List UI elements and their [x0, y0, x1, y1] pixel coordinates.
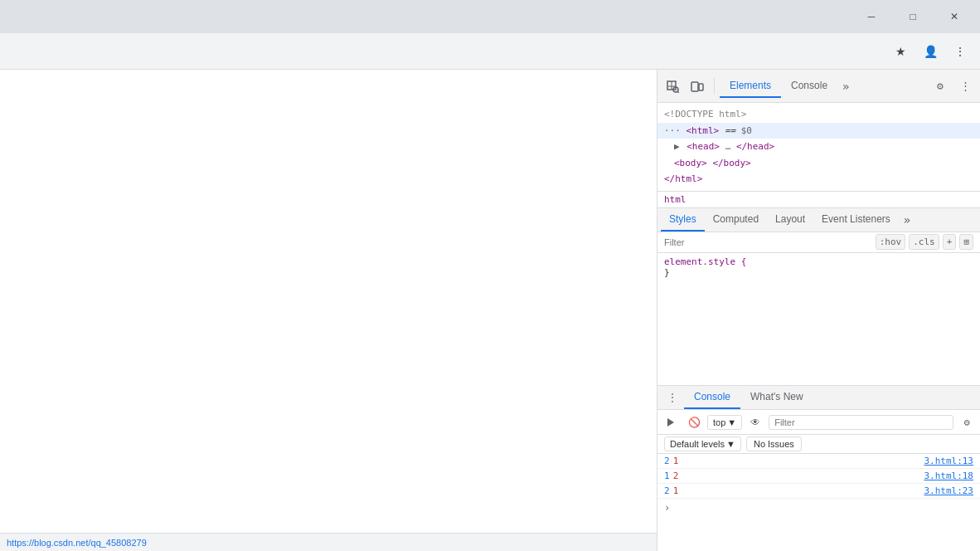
- inspect-element-icon[interactable]: [661, 75, 684, 98]
- dom-eq-sign: ==: [725, 125, 741, 136]
- console-panel: ⋮ Console What's New 🚫 top ▼ 👁 ⚙: [657, 385, 980, 551]
- tab-whats-new[interactable]: What's New: [740, 386, 813, 409]
- css-rule-close: }: [664, 267, 973, 278]
- log-val-1-b: 1: [673, 456, 679, 466]
- maximize-button[interactable]: □: [894, 5, 932, 28]
- page-url: https://blog.csdn.net/qq_45808279: [7, 538, 147, 548]
- console-log-area: 2 1 3.html:13 1 2 3.html:18 2 1: [657, 454, 980, 551]
- add-style-button[interactable]: +: [943, 234, 957, 250]
- console-toolbar: 🚫 top ▼ 👁 ⚙: [657, 410, 980, 435]
- dom-expand-icon[interactable]: ▶: [674, 141, 680, 152]
- log-link-2[interactable]: 3.html:18: [924, 471, 973, 481]
- console-levels-bar: Default levels ▼ No Issues: [657, 435, 980, 454]
- topbar-divider: [714, 78, 715, 95]
- panel-tab-more-icon[interactable]: »: [899, 210, 915, 230]
- console-settings-icon[interactable]: ⚙: [957, 412, 977, 432]
- console-log-line-1[interactable]: 2 1 3.html:13: [657, 454, 980, 469]
- tab-more-icon[interactable]: »: [837, 76, 854, 96]
- dom-doctype-line[interactable]: <!DOCTYPE html>: [657, 106, 980, 123]
- filter-icons: :hov .cls + ⊞: [876, 234, 973, 250]
- breadcrumb-bar: html: [657, 192, 980, 208]
- default-levels-button[interactable]: Default levels ▼: [664, 436, 741, 451]
- dom-head-tag: <head>: [686, 141, 720, 152]
- dom-html-close-tag: </html>: [664, 173, 702, 184]
- log-vals-3: 2 1: [664, 485, 678, 496]
- doctype-text: <!DOCTYPE html>: [664, 109, 746, 119]
- page-content: https://blog.csdn.net/qq_45808279: [0, 70, 657, 551]
- dom-dollar0: $0: [741, 125, 752, 136]
- console-eye-icon[interactable]: 👁: [745, 412, 765, 432]
- element-style-rule: element.style {: [664, 256, 973, 267]
- bookmark-icon[interactable]: ★: [887, 38, 914, 65]
- tab-console[interactable]: Console: [684, 386, 740, 409]
- tab-layout[interactable]: Layout: [767, 208, 813, 232]
- devtools-main-tabs: Elements Console »: [720, 75, 927, 98]
- tab-styles[interactable]: Styles: [661, 208, 705, 232]
- css-rules-panel: element.style { }: [657, 253, 980, 385]
- close-button[interactable]: ✕: [935, 5, 973, 28]
- browser-toolbar: ★ 👤 ⋮: [0, 33, 980, 70]
- log-link-3[interactable]: 3.html:23: [924, 485, 973, 496]
- log-vals-1: 2 1: [664, 456, 678, 466]
- default-levels-label: Default levels: [670, 439, 725, 449]
- styles-filter-input[interactable]: [664, 232, 872, 252]
- tab-elements[interactable]: Elements: [720, 75, 781, 98]
- dom-html-close-line[interactable]: </html>: [657, 171, 980, 188]
- context-label: top: [713, 417, 725, 427]
- context-arrow-icon: ▼: [727, 417, 736, 427]
- tab-console-top[interactable]: Console: [781, 75, 837, 98]
- log-val-3-b: 1: [673, 485, 679, 496]
- dom-body-close-tag: </body>: [712, 158, 750, 168]
- devtools-topbar: Elements Console » ⚙ ⋮: [657, 70, 980, 103]
- log-link-1[interactable]: 3.html:13: [924, 456, 973, 466]
- log-val-1-a: 2: [664, 456, 670, 466]
- cls-button[interactable]: .cls: [909, 234, 939, 250]
- dom-head-ellipsis: …: [725, 141, 731, 152]
- title-bar: ─ □ ✕: [0, 0, 980, 33]
- tab-event-listeners[interactable]: Event Listeners: [813, 208, 899, 232]
- dom-body-tag: <body>: [674, 158, 707, 168]
- console-log-line-3[interactable]: 2 1 3.html:23: [657, 484, 980, 499]
- hov-button[interactable]: :hov: [876, 234, 906, 250]
- no-issues-button[interactable]: No Issues: [746, 436, 802, 451]
- log-val-2-a: 1: [664, 471, 670, 481]
- profile-icon[interactable]: 👤: [917, 38, 944, 65]
- device-toolbar-icon[interactable]: [686, 75, 709, 98]
- minimize-button[interactable]: ─: [852, 5, 890, 28]
- content-area: https://blog.csdn.net/qq_45808279: [0, 70, 980, 551]
- dom-html-line[interactable]: ··· <html> == $0: [657, 123, 980, 139]
- status-bar-left: https://blog.csdn.net/qq_45808279: [0, 533, 657, 551]
- log-val-3-a: 2: [664, 485, 670, 496]
- dom-head-close-tag: </head>: [736, 141, 774, 152]
- console-header: ⋮ Console What's New: [657, 386, 980, 410]
- devtools-panel: Elements Console » ⚙ ⋮ <!DOCTYPE html> ·…: [657, 70, 980, 551]
- breadcrumb-html[interactable]: html: [664, 194, 686, 205]
- console-prompt-icon: ›: [664, 502, 670, 514]
- devtools-settings-icon[interactable]: ⚙: [929, 75, 952, 98]
- css-close-brace: }: [664, 267, 670, 278]
- dom-dots: ···: [664, 125, 681, 136]
- filter-bar: :hov .cls + ⊞: [657, 232, 980, 253]
- log-val-2-b: 2: [673, 471, 679, 481]
- svg-rect-5: [691, 82, 698, 91]
- console-filter-input[interactable]: [769, 415, 953, 430]
- dom-body-line[interactable]: <body> </body>: [657, 155, 980, 172]
- console-log-line-2[interactable]: 1 2 3.html:18: [657, 469, 980, 484]
- css-selector-text: element.style {: [664, 256, 746, 267]
- panel-tabs: Styles Computed Layout Event Listeners »: [657, 208, 980, 232]
- dom-html-tag: <html>: [686, 125, 720, 136]
- dom-head-line[interactable]: ▶ <head> … </head>: [657, 139, 980, 155]
- console-execute-icon[interactable]: [661, 412, 681, 432]
- levels-arrow-icon: ▼: [726, 439, 735, 449]
- menu-icon[interactable]: ⋮: [947, 38, 973, 65]
- svg-line-4: [677, 91, 679, 93]
- tab-computed[interactable]: Computed: [705, 208, 767, 232]
- toggle-layout-icon[interactable]: ⊞: [959, 234, 973, 250]
- console-clear-icon[interactable]: 🚫: [684, 412, 704, 432]
- devtools-more-icon[interactable]: ⋮: [953, 75, 977, 98]
- devtools-topbar-right: ⚙ ⋮: [929, 75, 977, 98]
- console-drag-icon[interactable]: ⋮: [661, 386, 684, 409]
- console-prompt-line[interactable]: ›: [657, 499, 980, 517]
- svg-marker-7: [667, 418, 674, 427]
- console-context-select[interactable]: top ▼: [707, 415, 742, 430]
